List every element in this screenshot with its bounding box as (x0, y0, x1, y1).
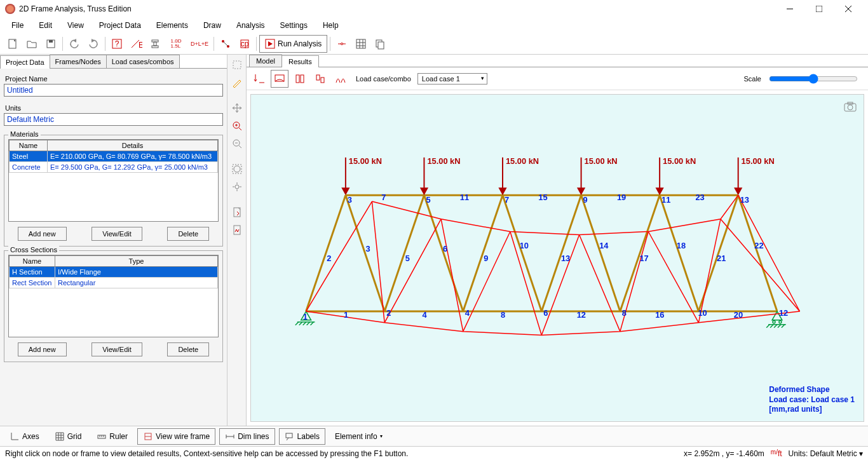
app-title: 2D Frame Analysis, Truss Edition (19, 4, 775, 13)
truss-svg: 15.00 kN 15.00 kN 15.00 kN 15.00 kN 15.0… (251, 95, 864, 421)
sections-add-button[interactable]: Add new (18, 342, 67, 356)
tab-project-data[interactable]: Project Data (0, 55, 50, 69)
svg-text:8: 8 (501, 310, 505, 320)
materials-add-button[interactable]: Add new (18, 227, 67, 241)
element-info-dropdown[interactable]: Element info ▾ (329, 429, 388, 444)
svg-text:15.00 kN: 15.00 kN (585, 156, 618, 166)
maximize-button[interactable] (804, 0, 834, 18)
menu-draw[interactable]: Draw (196, 19, 229, 32)
svg-rect-47 (301, 75, 304, 83)
menu-edit[interactable]: Edit (31, 19, 60, 32)
menu-view[interactable]: View (60, 19, 92, 32)
table-tool-icon[interactable] (352, 35, 370, 53)
materials-edit-button[interactable]: View/Edit (92, 227, 142, 241)
open-file-icon[interactable] (23, 35, 41, 53)
scale-slider[interactable] (769, 74, 858, 84)
menu-elements[interactable]: Elements (149, 19, 196, 32)
pencil-tool-icon[interactable] (229, 75, 245, 90)
materials-delete-button[interactable]: Delete (167, 227, 209, 241)
svg-line-87 (541, 234, 579, 335)
zoom-fit-icon[interactable] (229, 161, 245, 177)
deformed-shape-icon[interactable] (271, 70, 288, 88)
sections-edit-button[interactable]: View/Edit (92, 342, 142, 356)
menu-settings[interactable]: Settings (273, 19, 315, 32)
svg-text:19: 19 (617, 193, 626, 202)
joint-tool-icon[interactable] (333, 35, 351, 53)
svg-text:6: 6 (543, 308, 548, 318)
pan-tool-icon[interactable] (229, 100, 245, 116)
copy-tool-icon[interactable] (371, 35, 389, 53)
tab-frames-nodes[interactable]: Frames/Nodes (50, 55, 107, 68)
menu-file[interactable]: File (4, 19, 31, 32)
svg-line-57 (384, 195, 424, 311)
play-icon (265, 39, 275, 49)
menu-project-data[interactable]: Project Data (92, 19, 149, 32)
menu-analysis[interactable]: Analysis (229, 19, 273, 32)
dimlines-toggle[interactable]: Dim lines (219, 428, 275, 445)
shear-diagram-icon[interactable] (311, 70, 329, 88)
svg-text:4: 4 (465, 308, 470, 318)
svg-line-59 (463, 195, 503, 311)
svg-rect-6 (49, 40, 53, 43)
project-name-label: Project Name (5, 75, 222, 83)
table-row[interactable]: Rect SectionRectangular (10, 278, 218, 288)
load-combo-icon[interactable]: D+L+E (188, 35, 211, 53)
sections-table[interactable]: NameType H SectionI/Wide Flange Rect Sec… (9, 255, 218, 288)
zoom-out-icon[interactable] (229, 136, 245, 151)
reactions-icon[interactable] (250, 70, 268, 88)
export-doc-icon[interactable] (229, 205, 245, 220)
print-doc-icon[interactable] (229, 222, 245, 238)
table-row[interactable]: H SectionI/Wide Flange (10, 267, 218, 278)
ruler-toggle[interactable]: Ruler (91, 428, 133, 445)
select-tool-icon[interactable] (229, 57, 245, 72)
wireframe-toggle[interactable]: View wire frame (137, 428, 215, 445)
run-analysis-button[interactable]: Run Analysis (259, 35, 327, 53)
menu-help[interactable]: Help (315, 19, 346, 32)
units-input[interactable] (4, 113, 223, 126)
project-name-input[interactable] (4, 84, 223, 97)
undo-icon[interactable] (65, 35, 83, 53)
materials-table[interactable]: NameDetails SteelE= 210.000 GPa, G= 80.7… (9, 140, 218, 173)
menubar: File Edit View Project Data Elements Dra… (0, 18, 868, 33)
table-row[interactable]: ConcreteE= 29.500 GPa, G= 12.292 GPa, γ=… (10, 162, 218, 173)
svg-line-32 (239, 128, 241, 130)
status-units[interactable]: Units: Default Metric ▾ (789, 449, 863, 458)
table-row[interactable]: SteelE= 210.000 GPa, G= 80.769 GPa, γ= 7… (10, 151, 218, 162)
minimize-button[interactable] (775, 0, 804, 18)
model-canvas[interactable]: 15.00 kN 15.00 kN 15.00 kN 15.00 kN 15.0… (250, 94, 864, 422)
svg-text:7: 7 (381, 193, 386, 202)
svg-text:22: 22 (754, 241, 763, 250)
node-tool-icon[interactable] (217, 35, 234, 53)
tab-results[interactable]: Results (281, 55, 319, 67)
moment-diagram-icon[interactable] (332, 70, 349, 88)
zoom-extents-icon[interactable] (229, 179, 245, 194)
zoom-in-icon[interactable] (229, 118, 245, 133)
labels-toggle[interactable]: Labels (279, 428, 325, 445)
svg-line-90 (648, 231, 698, 322)
svg-line-154 (287, 438, 288, 440)
materials-title: Materials (8, 130, 41, 138)
sections-delete-button[interactable]: Delete (167, 342, 209, 356)
loadcase-combo[interactable]: Load case 1 (417, 73, 487, 85)
close-button[interactable] (834, 0, 863, 18)
cp-tool-icon[interactable]: cp (236, 35, 254, 53)
section-tool-icon[interactable] (146, 35, 164, 53)
load-factor-icon[interactable]: 1.0D 1.5L (165, 35, 187, 53)
vertical-toolbar (227, 55, 247, 426)
redo-icon[interactable] (85, 35, 102, 53)
e-tool-icon[interactable]: E (127, 35, 145, 53)
axes-toggle[interactable]: Axes (4, 428, 45, 445)
svg-text:23: 23 (695, 193, 704, 202)
right-panel: Model Results Load case/combo Load case … (247, 55, 868, 426)
svg-text:9: 9 (484, 254, 488, 263)
grid-toggle[interactable]: Grid (49, 428, 88, 445)
help-icon[interactable]: ? (108, 35, 126, 53)
axial-diagram-icon[interactable] (291, 70, 309, 88)
new-file-icon[interactable] (4, 35, 22, 53)
svg-text:17: 17 (639, 254, 648, 263)
grid-icon (55, 431, 65, 442)
tab-model[interactable]: Model (249, 55, 282, 67)
tab-load-cases[interactable]: Load cases/combos (106, 55, 180, 68)
loadcase-label: Load case/combo (356, 75, 411, 83)
save-file-icon[interactable] (42, 35, 60, 53)
